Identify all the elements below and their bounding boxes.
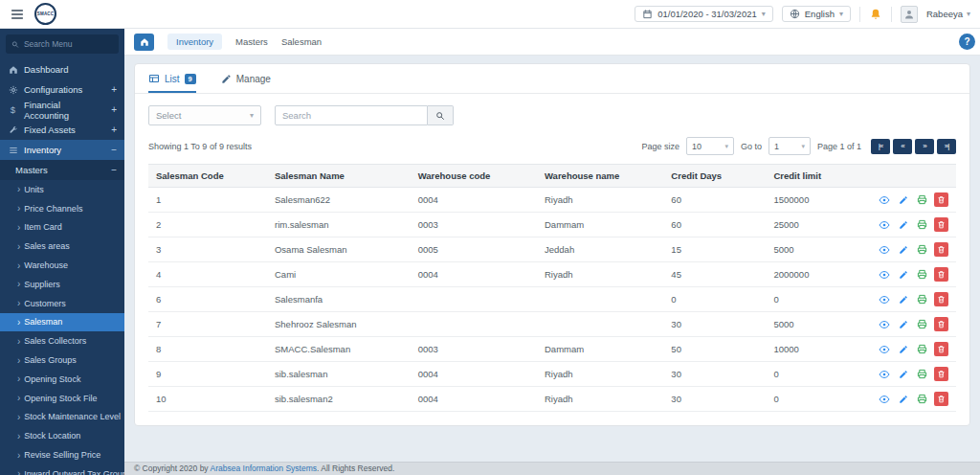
- view-button[interactable]: [877, 367, 891, 381]
- delete-button[interactable]: [934, 267, 948, 282]
- page-size-label: Page size: [641, 142, 679, 151]
- sidebar-item-inventory[interactable]: Inventory −: [0, 140, 124, 160]
- sidebar-item-financial-accounting[interactable]: $ Financial Accounting +: [0, 100, 124, 120]
- edit-button[interactable]: [896, 392, 910, 406]
- sidebar-item-item-card[interactable]: ›Item Card: [0, 218, 124, 238]
- sidebar-item-warehouse[interactable]: ›Warehouse: [0, 256, 124, 275]
- page-info: Page 1 of 1: [817, 142, 861, 151]
- view-button[interactable]: [877, 392, 891, 406]
- edit-button[interactable]: [896, 192, 910, 207]
- sidebar-item-sales-areas[interactable]: ›Sales areas: [0, 237, 124, 256]
- warehouse-name-cell: Riyadh: [537, 262, 663, 287]
- sidebar-item-inward-outward-tax-group[interactable]: ›Inward Outward Tax Group: [0, 464, 124, 475]
- first-page-button[interactable]: |«: [871, 139, 890, 154]
- tab-list[interactable]: List 9: [148, 73, 196, 93]
- sidebar-search-input[interactable]: [24, 39, 113, 49]
- breadcrumb: Inventory Masters Salesman ?: [124, 29, 980, 56]
- sidebar-item-price-channels[interactable]: ›Price Channels: [0, 199, 124, 218]
- warehouse-name-cell: Jeddah: [537, 238, 663, 262]
- sidebar-item-revise-selling-price[interactable]: ›Revise Selling Price: [0, 445, 124, 464]
- sidebar-search[interactable]: [6, 34, 119, 54]
- breadcrumb-item-salesman[interactable]: Salesman: [281, 36, 322, 47]
- goto-label: Go to: [741, 142, 762, 151]
- date-range-picker[interactable]: 01/01/2020 - 31/03/2021 ▾: [635, 6, 773, 22]
- edit-button[interactable]: [896, 342, 910, 356]
- sidebar-item-salesman[interactable]: ›Salesman: [0, 313, 124, 332]
- sidebar-item-label: Opening Stock: [24, 374, 80, 384]
- sidebar-item-opening-stock[interactable]: ›Opening Stock: [0, 370, 124, 389]
- last-page-button[interactable]: »|: [937, 139, 956, 154]
- view-button[interactable]: [877, 192, 891, 207]
- delete-button[interactable]: [934, 242, 948, 257]
- print-button[interactable]: [915, 192, 929, 207]
- print-button[interactable]: [915, 292, 929, 306]
- tab-manage[interactable]: Manage: [221, 73, 271, 93]
- view-button[interactable]: [877, 242, 891, 257]
- user-menu[interactable]: Rabeeya ▾: [926, 9, 970, 19]
- view-button[interactable]: [877, 342, 891, 356]
- salesman-table: Salesman Code Salesman Name Warehouse co…: [148, 164, 956, 412]
- sidebar-item-stock-location[interactable]: ›Stock Location: [0, 426, 124, 445]
- sidebar-item-configurations[interactable]: Configurations +: [0, 79, 124, 100]
- print-button[interactable]: [915, 242, 929, 257]
- salesman-code-cell: 2: [148, 213, 267, 238]
- goto-page-select[interactable]: 1 ▾: [768, 137, 811, 155]
- search-input[interactable]: [275, 105, 428, 125]
- print-button[interactable]: [915, 392, 929, 406]
- previous-page-button[interactable]: «: [893, 139, 912, 154]
- edit-button[interactable]: [896, 242, 910, 257]
- language-selector[interactable]: English ▾: [782, 6, 851, 22]
- chevron-down-icon: ▾: [801, 143, 805, 150]
- print-button[interactable]: [915, 317, 929, 331]
- delete-button[interactable]: [934, 217, 948, 232]
- sidebar-item-units[interactable]: ›Units: [0, 180, 124, 199]
- sidebar-item-stock-maintenance-level[interactable]: ›Stock Maintenance Level: [0, 408, 124, 427]
- print-button[interactable]: [915, 367, 929, 381]
- tools-icon: [8, 125, 18, 135]
- sidebar-item-masters[interactable]: Masters −: [0, 160, 124, 180]
- delete-button[interactable]: [934, 317, 948, 331]
- view-button[interactable]: [877, 267, 891, 282]
- print-button[interactable]: [915, 217, 929, 232]
- view-button[interactable]: [877, 217, 891, 232]
- sidebar-item-opening-stock-file[interactable]: ›Opening Stock File: [0, 389, 124, 408]
- edit-button[interactable]: [896, 367, 910, 381]
- delete-button[interactable]: [934, 367, 948, 381]
- page-size-select[interactable]: 10 ▾: [686, 137, 734, 155]
- edit-button[interactable]: [896, 217, 910, 232]
- view-button[interactable]: [877, 317, 891, 331]
- breadcrumb-item-inventory[interactable]: Inventory: [167, 34, 222, 50]
- sidebar-item-dashboard[interactable]: Dashboard: [0, 59, 124, 79]
- print-button[interactable]: [915, 267, 929, 282]
- hamburger-menu-icon[interactable]: [10, 6, 27, 23]
- sidebar-item-label: Stock Location: [24, 431, 80, 441]
- view-button[interactable]: [877, 292, 891, 306]
- help-button[interactable]: ?: [959, 34, 975, 50]
- salesman-list-card: List 9 Manage Select ▾ Showing 1 To 9 of…: [134, 63, 970, 426]
- delete-button[interactable]: [934, 292, 948, 306]
- sidebar-item-sales-groups[interactable]: ›Sales Groups: [0, 351, 124, 370]
- delete-button[interactable]: [934, 342, 948, 356]
- app-logo[interactable]: SMACC: [34, 3, 56, 25]
- edit-button[interactable]: [896, 292, 910, 306]
- edit-button[interactable]: [896, 267, 910, 282]
- company-link[interactable]: Arabsea Information Systems: [211, 464, 318, 473]
- filter-field-select[interactable]: Select ▾: [148, 105, 261, 125]
- notification-icon[interactable]: [869, 8, 882, 21]
- tab-label: List: [165, 74, 180, 84]
- delete-button[interactable]: [934, 392, 948, 406]
- sidebar-item-suppliers[interactable]: ›Suppliers: [0, 275, 124, 294]
- sidebar-item-customers[interactable]: ›Customers: [0, 294, 124, 313]
- breadcrumb-item-masters[interactable]: Masters: [235, 36, 268, 47]
- user-avatar[interactable]: [901, 6, 918, 23]
- edit-button[interactable]: [896, 317, 910, 331]
- sidebar-item-sales-collectors[interactable]: ›Sales Collectors: [0, 331, 124, 351]
- print-button[interactable]: [915, 342, 929, 356]
- pencil-icon: [899, 195, 908, 205]
- delete-button[interactable]: [934, 192, 948, 207]
- next-page-button[interactable]: »: [915, 139, 934, 154]
- sidebar-item-fixed-assets[interactable]: Fixed Assets +: [0, 120, 124, 140]
- home-breadcrumb-button[interactable]: [134, 34, 154, 51]
- trash-icon: [937, 220, 946, 229]
- search-button[interactable]: [428, 105, 454, 125]
